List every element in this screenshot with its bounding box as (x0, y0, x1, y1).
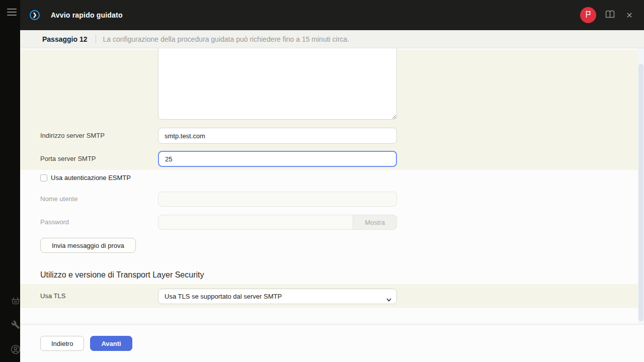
wrench-icon (11, 320, 20, 331)
sidebar-item-settings[interactable] (10, 320, 21, 331)
quickstart-icon: ❯ (30, 10, 40, 20)
step-bar: Passaggio 12 La configurazione della pro… (20, 30, 644, 48)
username-label: Nome utente (40, 195, 77, 204)
sidebar-item-account[interactable] (10, 345, 21, 356)
show-password-button: Mostra (353, 215, 397, 230)
wizard-header: ❯ Avvio rapido guidato ✕ (20, 0, 644, 30)
step-note: La configurazione della procedura guidat… (103, 35, 350, 43)
notifications-flag-button[interactable] (580, 7, 596, 23)
esmtp-checkbox[interactable] (40, 174, 47, 182)
tls-section-title: Utilizzo e versione di Transport Layer S… (40, 270, 204, 280)
send-test-message-button[interactable]: Invia messaggio di prova (40, 238, 136, 253)
close-icon[interactable]: ✕ (623, 9, 635, 21)
password-label: Password (40, 218, 69, 227)
wizard-footer: Indietro Avanti (20, 324, 644, 362)
username-input (158, 192, 397, 207)
scrollbar-thumb[interactable] (638, 64, 643, 321)
password-input (158, 215, 353, 230)
wizard-title: Avvio rapido guidato (51, 11, 123, 19)
account-icon (11, 344, 21, 356)
app-sidebar (0, 0, 20, 362)
book-icon (605, 10, 615, 20)
quickstart-glyph: ❯ (33, 13, 37, 18)
scrollbar-track[interactable] (638, 48, 644, 324)
menu-icon[interactable] (7, 9, 17, 16)
wizard-content: Indirizzo server SMTP Porta server SMTP … (20, 48, 644, 362)
smtp-port-label: Porta server SMTP (40, 154, 96, 163)
flag-icon (584, 10, 592, 20)
smtp-port-input[interactable] (158, 151, 397, 167)
sidebar-item-licensing[interactable] (10, 296, 21, 307)
close-glyph: ✕ (626, 11, 632, 20)
notification-text-area[interactable] (158, 48, 397, 120)
use-tls-label: Usa TLS (40, 292, 65, 301)
smtp-address-label: Indirizzo server SMTP (40, 131, 105, 140)
help-manual-button[interactable] (604, 9, 616, 21)
back-button[interactable]: Indietro (40, 336, 84, 351)
smtp-address-input[interactable] (158, 128, 397, 144)
basket-icon (11, 296, 20, 307)
esmtp-checkbox-row[interactable]: Usa autenticazione ESMTP (40, 174, 131, 182)
next-button[interactable]: Avanti (90, 336, 132, 351)
esmtp-checkbox-label: Usa autenticazione ESMTP (51, 174, 131, 182)
step-divider (96, 35, 96, 43)
tls-mode-select[interactable]: Usa TLS se supportato dal server SMTP (158, 289, 397, 304)
step-label: Passaggio 12 (42, 35, 88, 43)
